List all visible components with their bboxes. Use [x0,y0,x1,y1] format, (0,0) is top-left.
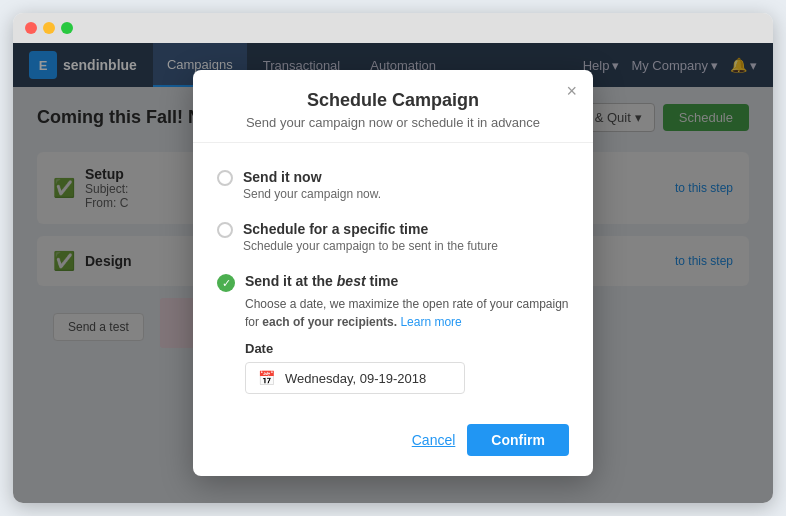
radio-schedule-specific-content: Schedule for a specific time Schedule yo… [243,221,569,253]
learn-more-link[interactable]: Learn more [400,315,461,329]
radio-schedule-specific[interactable] [217,222,233,238]
radio-best-time-desc: Choose a date, we maximize the open rate… [245,295,569,331]
radio-best-time-check-icon: ✓ [217,274,235,292]
radio-schedule-specific-label: Schedule for a specific time [243,221,569,237]
radio-best-time-content: Send it at the best time Choose a date, … [245,273,569,394]
date-label: Date [245,341,569,356]
modal-overlay: Schedule Campaign Send your campaign now… [13,43,773,503]
browser-maximize-btn[interactable] [61,22,73,34]
radio-send-now-label: Send it now [243,169,569,185]
modal-header: Schedule Campaign Send your campaign now… [193,70,593,143]
date-input[interactable]: 📅 Wednesday, 09-19-2018 [245,362,465,394]
schedule-modal: Schedule Campaign Send your campaign now… [193,70,593,476]
option-send-now[interactable]: Send it now Send your campaign now. [217,159,569,211]
modal-footer: Cancel Confirm [193,412,593,476]
radio-send-now-content: Send it now Send your campaign now. [243,169,569,201]
radio-send-now[interactable] [217,170,233,186]
radio-schedule-specific-desc: Schedule your campaign to be sent in the… [243,239,569,253]
modal-close-button[interactable]: × [566,82,577,100]
option-best-time[interactable]: ✓ Send it at the best time Choose a date… [217,263,569,404]
calendar-icon: 📅 [258,370,275,386]
browser-close-btn[interactable] [25,22,37,34]
browser-window: E sendinblue Campaigns Transactional Aut… [13,13,773,503]
option-schedule-specific[interactable]: Schedule for a specific time Schedule yo… [217,211,569,263]
date-value: Wednesday, 09-19-2018 [285,371,426,386]
modal-title: Schedule Campaign [217,90,569,111]
radio-send-now-desc: Send your campaign now. [243,187,569,201]
radio-best-time-label: Send it at the best time [245,273,569,289]
cancel-button[interactable]: Cancel [412,432,456,448]
browser-titlebar [13,13,773,43]
confirm-button[interactable]: Confirm [467,424,569,456]
modal-body: Send it now Send your campaign now. Sche… [193,143,593,412]
modal-subtitle: Send your campaign now or schedule it in… [217,115,569,130]
browser-minimize-btn[interactable] [43,22,55,34]
app-container: E sendinblue Campaigns Transactional Aut… [13,43,773,503]
